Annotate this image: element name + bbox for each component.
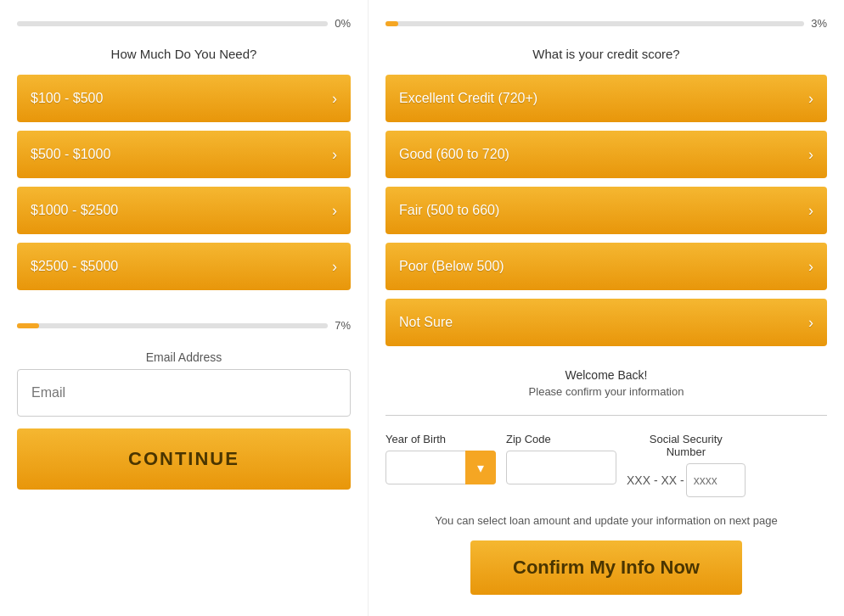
right-progress-bar: 3% <box>385 17 827 30</box>
chevron-icon-1: › <box>332 90 337 108</box>
confirm-button[interactable]: Confirm My Info Now <box>470 540 742 595</box>
credit-option-5[interactable]: Not Sure › <box>385 299 827 346</box>
continue-button[interactable]: CONTINUE <box>17 428 351 490</box>
right-section-title: What is your credit score? <box>532 47 679 61</box>
left-progress-label: 0% <box>335 17 351 30</box>
email-progress-fill <box>17 323 39 328</box>
loan-option-3[interactable]: $1000 - $2500 › <box>17 187 351 234</box>
email-input[interactable] <box>17 369 351 417</box>
year-of-birth-group: Year of Birth ▾ <box>385 433 496 484</box>
loan-option-1[interactable]: $100 - $500 › <box>17 75 351 122</box>
info-text: You can select loan amount and update yo… <box>426 514 786 527</box>
credit-option-2[interactable]: Good (600 to 720) › <box>385 131 827 178</box>
ssn-group: Social SecurityNumber XXX - XX - <box>627 433 746 497</box>
divider <box>385 415 827 416</box>
ssn-label: Social SecurityNumber <box>627 433 746 458</box>
right-panel: 3% What is your credit score? Excellent … <box>369 0 844 616</box>
chevron-icon-3: › <box>332 202 337 220</box>
email-progress-track <box>17 323 328 328</box>
year-of-birth-select[interactable] <box>385 451 496 484</box>
chevron-icon-2: › <box>332 146 337 164</box>
credit-option-1[interactable]: Excellent Credit (720+) › <box>385 75 827 122</box>
zip-code-input[interactable] <box>506 451 616 484</box>
year-of-birth-label: Year of Birth <box>385 433 496 445</box>
email-label: Email Address <box>17 350 351 364</box>
credit-option-4[interactable]: Poor (Below 500) › <box>385 243 827 290</box>
welcome-section: Welcome Back! Please confirm your inform… <box>529 368 684 408</box>
welcome-back-text: Welcome Back! <box>529 368 684 382</box>
right-progress-track <box>385 21 804 26</box>
form-row: Year of Birth ▾ Zip Code Social Security… <box>385 433 827 497</box>
chevron-icon-5: › <box>808 90 813 108</box>
left-progress-track <box>17 21 328 26</box>
chevron-icon-7: › <box>808 202 813 220</box>
confirm-info-text: Please confirm your information <box>529 385 684 398</box>
loan-option-2[interactable]: $500 - $1000 › <box>17 131 351 178</box>
right-progress-fill <box>385 21 398 26</box>
chevron-icon-4: › <box>332 258 337 276</box>
ssn-input[interactable] <box>686 463 746 497</box>
chevron-icon-8: › <box>808 258 813 276</box>
credit-option-3[interactable]: Fair (500 to 660) › <box>385 187 827 234</box>
email-section: Email Address <box>17 350 351 417</box>
left-section-title: How Much Do You Need? <box>111 47 257 61</box>
chevron-icon-6: › <box>808 146 813 164</box>
right-progress-label: 3% <box>811 17 827 30</box>
year-select-wrapper: ▾ <box>385 451 496 484</box>
zip-code-label: Zip Code <box>506 433 616 445</box>
chevron-icon-9: › <box>808 314 813 332</box>
ssn-row: XXX - XX - <box>627 463 746 497</box>
email-progress-bar: 7% <box>17 319 351 332</box>
left-progress-bar: 0% <box>17 17 351 30</box>
loan-option-4[interactable]: $2500 - $5000 › <box>17 243 351 290</box>
zip-code-group: Zip Code <box>506 433 616 484</box>
email-progress-label: 7% <box>335 319 351 332</box>
ssn-static-text: XXX - XX - <box>627 473 684 487</box>
left-panel: 0% How Much Do You Need? $100 - $500 › $… <box>0 0 369 616</box>
